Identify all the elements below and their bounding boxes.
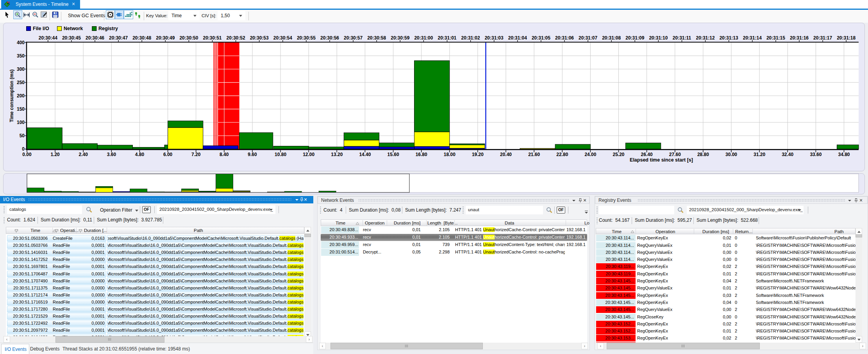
svg-text:20:31:01: 20:31:01 <box>438 35 456 41</box>
svg-text:20:31:05: 20:31:05 <box>532 35 550 41</box>
svg-text:200: 200 <box>17 93 25 99</box>
svg-text:20:31:17: 20:31:17 <box>813 35 832 41</box>
svg-text:20:31:10: 20:31:10 <box>649 35 668 41</box>
svg-text:20:31:06: 20:31:06 <box>555 35 574 41</box>
svg-text:16.80: 16.80 <box>416 152 427 157</box>
svg-text:20:30:57: 20:30:57 <box>344 35 363 41</box>
svg-text:18.00: 18.00 <box>444 152 455 157</box>
svg-text:33.60: 33.60 <box>810 152 822 157</box>
svg-text:50: 50 <box>20 133 25 138</box>
svg-text:26.40: 26.40 <box>641 152 653 157</box>
svg-text:25.20: 25.20 <box>613 152 624 157</box>
svg-text:350: 350 <box>17 53 25 59</box>
svg-text:20.40: 20.40 <box>500 152 512 157</box>
svg-text:20:30:54: 20:30:54 <box>273 35 292 41</box>
svg-text:300: 300 <box>17 66 25 72</box>
svg-text:20:31:02: 20:31:02 <box>461 35 480 41</box>
svg-text:Time consumption (ms): Time consumption (ms) <box>9 69 14 122</box>
svg-text:20:30:55: 20:30:55 <box>297 35 316 41</box>
svg-text:20:31:16: 20:31:16 <box>790 35 809 41</box>
svg-text:1.20: 1.20 <box>50 152 60 157</box>
svg-text:20:31:09: 20:31:09 <box>625 35 644 41</box>
svg-text:20:30:45: 20:30:45 <box>62 35 81 41</box>
svg-text:28.80: 28.80 <box>697 152 709 157</box>
svg-text:400: 400 <box>17 40 25 45</box>
svg-text:13.20: 13.20 <box>331 152 343 157</box>
svg-text:9.60: 9.60 <box>248 152 257 157</box>
svg-text:0: 0 <box>22 146 25 152</box>
svg-text:14.40: 14.40 <box>359 152 371 157</box>
svg-text:20:31:00: 20:31:00 <box>414 35 433 41</box>
svg-text:10.80: 10.80 <box>275 152 286 157</box>
svg-text:Registry: Registry <box>98 26 118 31</box>
svg-text:20:31:04: 20:31:04 <box>508 35 527 41</box>
svg-text:20:30:48: 20:30:48 <box>132 35 151 41</box>
svg-text:22.80: 22.80 <box>556 152 568 157</box>
svg-text:20:30:56: 20:30:56 <box>320 35 339 41</box>
svg-text:20:30:58: 20:30:58 <box>367 35 386 41</box>
svg-text:20:30:46: 20:30:46 <box>86 35 104 41</box>
svg-text:20:31:08: 20:31:08 <box>602 35 621 41</box>
svg-text:20:31:18: 20:31:18 <box>837 35 855 41</box>
svg-text:20:31:12: 20:31:12 <box>696 35 715 41</box>
svg-text:250: 250 <box>17 80 25 85</box>
svg-text:6.00: 6.00 <box>163 152 173 157</box>
svg-text:Network: Network <box>64 26 83 31</box>
svg-text:3.60: 3.60 <box>107 152 116 157</box>
svg-text:20:30:49: 20:30:49 <box>156 35 175 41</box>
svg-text:31.20: 31.20 <box>754 152 765 157</box>
svg-text:20:31:11: 20:31:11 <box>673 35 691 41</box>
svg-text:21.60: 21.60 <box>528 152 540 157</box>
svg-text:8.40: 8.40 <box>220 152 229 157</box>
svg-text:32.40: 32.40 <box>782 152 793 157</box>
svg-text:2.40: 2.40 <box>79 152 88 157</box>
svg-text:20:31:13: 20:31:13 <box>720 35 738 41</box>
svg-text:20:30:47: 20:30:47 <box>109 35 128 41</box>
svg-text:12.00: 12.00 <box>303 152 314 157</box>
svg-text:20:31:14: 20:31:14 <box>743 35 762 41</box>
svg-text:20:30:52: 20:30:52 <box>227 35 245 41</box>
svg-text:34.80: 34.80 <box>838 152 850 157</box>
svg-text:0.00: 0.00 <box>22 152 32 157</box>
svg-text:20:30:59: 20:30:59 <box>391 35 409 41</box>
svg-text:20:31:15: 20:31:15 <box>766 35 785 41</box>
svg-text:19.20: 19.20 <box>472 152 484 157</box>
svg-text:27.60: 27.60 <box>669 152 681 157</box>
svg-text:20:30:53: 20:30:53 <box>250 35 269 41</box>
svg-text:30.00: 30.00 <box>725 152 737 157</box>
svg-text:15.60: 15.60 <box>388 152 399 157</box>
svg-text:150: 150 <box>17 106 25 112</box>
svg-text:20:30:44: 20:30:44 <box>39 35 57 41</box>
svg-text:File I/O: File I/O <box>33 26 49 31</box>
svg-text:4.80: 4.80 <box>135 152 145 157</box>
svg-text:20:31:07: 20:31:07 <box>579 35 597 41</box>
svg-text:7.20: 7.20 <box>191 152 201 157</box>
svg-text:Elapsed time since start [s]: Elapsed time since start [s] <box>630 157 693 163</box>
svg-text:100: 100 <box>17 120 25 125</box>
svg-text:20:31:03: 20:31:03 <box>485 35 504 41</box>
svg-text:24.00: 24.00 <box>584 152 596 157</box>
svg-text:20:30:51: 20:30:51 <box>203 35 221 41</box>
svg-text:20:30:50: 20:30:50 <box>179 35 198 41</box>
